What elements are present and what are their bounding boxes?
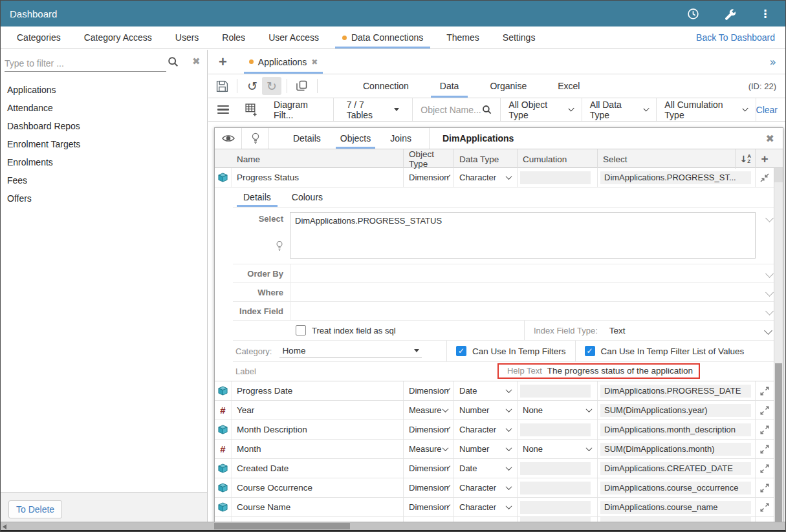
nav-tab-themes[interactable]: Themes [439, 27, 486, 48]
expand-row-button[interactable] [755, 420, 774, 439]
can-use-temp-filter-lov-checkbox[interactable] [585, 346, 595, 356]
category-dropdown[interactable]: Home [279, 345, 422, 357]
clear-filter-icon[interactable]: ✖ [192, 56, 201, 67]
treat-index-sql-checkbox[interactable] [296, 325, 306, 335]
data-type-select[interactable]: Number [454, 401, 518, 420]
expand-row-button[interactable] [755, 478, 774, 497]
object-type-select[interactable]: Dimension [404, 381, 454, 400]
can-use-temp-filters-checkbox[interactable] [456, 346, 466, 356]
object-name-input[interactable] [420, 105, 482, 115]
to-delete-button[interactable]: To Delete [8, 500, 62, 518]
tab-data[interactable]: Data [424, 74, 475, 98]
select-field[interactable]: DimApplications.PROGRESS_DATE [598, 381, 755, 400]
expand-row-button[interactable] [755, 401, 774, 420]
data-type-select[interactable]: Character [454, 478, 518, 497]
object-type-select[interactable]: Dimension [404, 420, 454, 439]
detail-tab-colours[interactable]: Colours [281, 187, 333, 207]
order-by-field[interactable] [290, 264, 756, 282]
history-clock-icon[interactable] [686, 6, 700, 21]
nav-tab-roles[interactable]: Roles [215, 27, 252, 48]
horizontal-scrollbar[interactable] [1, 522, 785, 530]
list-item-enrolment-targets[interactable]: Enrolment Targets [1, 135, 207, 153]
list-item-enrolments[interactable]: Enrolments [1, 153, 207, 171]
nav-tab-category-access[interactable]: Category Access [77, 27, 159, 48]
index-field-type-dropdown[interactable]: Index Field Type: Text [524, 321, 783, 340]
index-field-field[interactable] [290, 302, 756, 320]
object-type-select[interactable]: Dimension [404, 478, 454, 497]
hamburger-menu-icon[interactable] [208, 98, 237, 121]
copy-icon[interactable] [292, 77, 312, 95]
close-panel-icon[interactable]: ✖ [766, 128, 783, 149]
data-type-select[interactable]: Number [454, 440, 518, 458]
detail-tab-details[interactable]: Details [233, 187, 281, 207]
cumulation-select[interactable]: None [518, 401, 598, 420]
object-type-filter-dropdown[interactable]: All Object Type [501, 98, 582, 121]
expand-row-button[interactable] [755, 381, 774, 400]
tab-organise[interactable]: Organise [474, 74, 542, 98]
redo-icon[interactable]: ↻ [262, 77, 281, 95]
wrench-icon[interactable] [722, 6, 736, 21]
cumulation-select[interactable]: None [518, 440, 598, 458]
formula-lightbulb-icon[interactable] [276, 240, 283, 251]
nav-tab-categories[interactable]: Categories [10, 27, 68, 48]
list-item-offers[interactable]: Offers [1, 189, 207, 207]
object-name-search[interactable] [413, 98, 501, 121]
select-sql-textarea[interactable]: DimApplications.PROGRESS_STATUS [290, 212, 756, 259]
collapse-row-button[interactable] [755, 168, 774, 187]
search-icon[interactable] [168, 56, 179, 70]
cumulation-type-filter-dropdown[interactable]: All Cumulation Type [657, 98, 756, 121]
preview-eye-icon[interactable] [215, 128, 242, 149]
tables-dropdown[interactable]: 7 / 7 Tables [334, 98, 413, 121]
expand-row-button[interactable] [755, 498, 774, 516]
data-type-filter-dropdown[interactable]: All Data Type [582, 98, 657, 121]
data-type-select[interactable]: Date [454, 381, 518, 400]
back-to-dashboard-link[interactable]: Back To Dashboard [696, 32, 775, 43]
object-type-select[interactable]: Dimension [404, 168, 454, 187]
select-field[interactable]: DimApplications.course_occurrence [598, 478, 755, 497]
data-type-select[interactable]: Date [454, 459, 518, 478]
tab-applications[interactable]: Applications ✖ [244, 50, 323, 74]
select-field[interactable]: DimApplications.PROGRESS_ST... [598, 168, 755, 187]
save-icon[interactable] [212, 77, 232, 95]
kebab-menu-icon[interactable]: ⋮ [758, 6, 772, 21]
sort-az-icon[interactable]: ↓AZ [735, 149, 755, 169]
panel-tab-details[interactable]: Details [283, 128, 331, 149]
select-field[interactable]: DimApplications.month_description [598, 420, 755, 439]
list-item-attendance[interactable]: Attendance [1, 99, 207, 117]
tab-overflow-icon[interactable]: » [770, 56, 776, 69]
add-tab-button[interactable]: + [219, 56, 227, 69]
undo-icon[interactable]: ↺ [243, 77, 262, 95]
list-item-fees[interactable]: Fees [1, 171, 207, 189]
scroll-left-arrow-icon[interactable] [3, 524, 6, 529]
panel-tab-joins[interactable]: Joins [380, 128, 421, 149]
nav-tab-user-access[interactable]: User Access [261, 27, 326, 48]
vertical-scrollbar[interactable] [774, 168, 783, 532]
nav-tab-users[interactable]: Users [168, 27, 206, 48]
object-type-select[interactable]: Measure [404, 401, 454, 420]
tab-excel[interactable]: Excel [542, 74, 595, 98]
expand-row-button[interactable] [755, 440, 774, 458]
data-type-select[interactable]: Character [454, 498, 518, 516]
hint-lightbulb-icon[interactable] [242, 128, 269, 149]
object-type-select[interactable]: Measure [404, 440, 454, 458]
close-tab-icon[interactable]: ✖ [311, 58, 318, 67]
data-type-select[interactable]: Character [454, 168, 518, 187]
add-table-icon[interactable] [237, 98, 266, 121]
diagram-filter-button[interactable]: Diagram Filt... [266, 98, 334, 121]
horizontal-scrollbar-thumb[interactable] [214, 523, 350, 529]
tab-connection[interactable]: Connection [347, 74, 424, 98]
add-object-button[interactable]: + [755, 149, 774, 169]
select-field[interactable]: DimApplications.course_name [598, 498, 755, 516]
data-type-select[interactable]: Character [454, 420, 518, 439]
clear-filters-link[interactable]: Clear [756, 105, 785, 115]
vertical-scrollbar-thumb[interactable] [775, 363, 782, 532]
list-item-applications[interactable]: Applications [1, 81, 207, 99]
sidebar-filter-input[interactable] [5, 55, 166, 72]
select-field[interactable]: DimApplications.CREATED_DATE [598, 459, 755, 478]
select-field[interactable]: SUM(DimApplications.year) [598, 401, 755, 420]
select-field[interactable]: SUM(DimApplications.month) [598, 440, 755, 458]
object-type-select[interactable]: Dimension [404, 498, 454, 516]
expand-row-button[interactable] [755, 459, 774, 478]
nav-tab-data-connections[interactable]: Data Connections [335, 27, 430, 48]
where-field[interactable] [290, 283, 756, 301]
